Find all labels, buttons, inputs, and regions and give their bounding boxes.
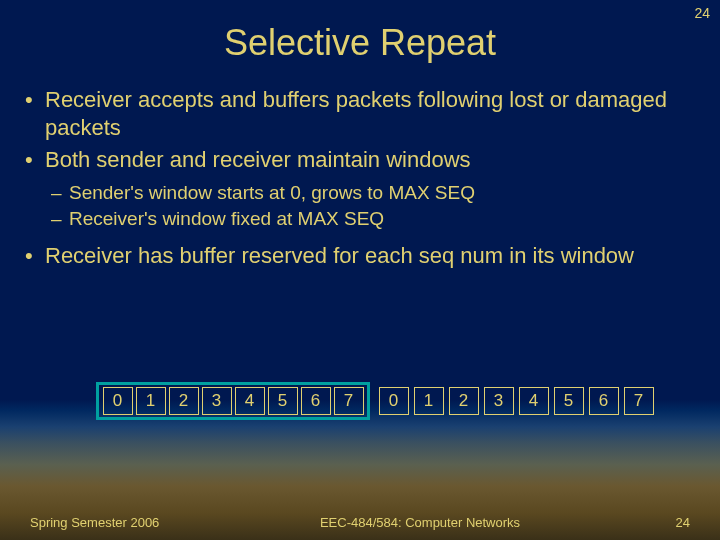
seq-cell: 4	[519, 387, 549, 415]
seq-cell: 7	[624, 387, 654, 415]
seq-cell: 0	[103, 387, 133, 415]
seq-cell: 6	[589, 387, 619, 415]
seq-cell: 4	[235, 387, 265, 415]
seq-cell: 3	[484, 387, 514, 415]
seq-cell: 3	[202, 387, 232, 415]
subbullet-2-2: Receiver's window fixed at MAX SEQ	[69, 206, 690, 232]
bullet-1: Receiver accepts and buffers packets fol…	[45, 86, 690, 142]
seq-cell: 2	[169, 387, 199, 415]
seq-cell: 1	[414, 387, 444, 415]
seq-cell: 0	[379, 387, 409, 415]
footer-center: EEC-484/584: Computer Networks	[210, 515, 630, 530]
sequence-diagram: 0 1 2 3 4 5 6 7 0 1 2 3 4 5 6 7	[96, 382, 656, 420]
seq-cell: 2	[449, 387, 479, 415]
seq-cell: 6	[301, 387, 331, 415]
footer: Spring Semester 2006 EEC-484/584: Comput…	[0, 515, 720, 530]
page-number-top: 24	[694, 5, 710, 21]
footer-left: Spring Semester 2006	[30, 515, 210, 530]
slide-title: Selective Repeat	[0, 0, 720, 86]
bullet-3: Receiver has buffer reserved for each se…	[45, 242, 690, 270]
seq-cell: 1	[136, 387, 166, 415]
seq-cell: 5	[268, 387, 298, 415]
seq-cell: 5	[554, 387, 584, 415]
footer-page-number: 24	[630, 515, 690, 530]
sequence-rest: 0 1 2 3 4 5 6 7	[376, 387, 656, 415]
seq-cell: 7	[334, 387, 364, 415]
slide-content: Receiver accepts and buffers packets fol…	[0, 86, 720, 270]
bullet-2: Both sender and receiver maintain window…	[45, 146, 690, 231]
bullet-2-text: Both sender and receiver maintain window…	[45, 147, 471, 172]
subbullet-2-1: Sender's window starts at 0, grows to MA…	[69, 180, 690, 206]
receiver-window: 0 1 2 3 4 5 6 7	[96, 382, 370, 420]
